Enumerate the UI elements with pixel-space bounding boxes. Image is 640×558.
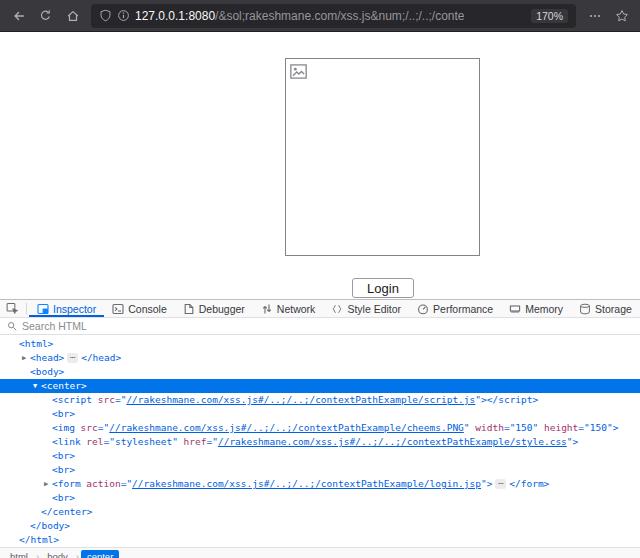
markup-search-bar [0,318,640,335]
tab-label: Performance [433,303,493,315]
home-icon [66,9,80,23]
zoom-indicator[interactable]: 170% [531,9,568,23]
markup-line[interactable]: <script src="//rakeshmane.com/xss.js#/..… [0,393,640,407]
home-button[interactable] [60,5,85,27]
back-button[interactable] [6,5,31,27]
attribute-link[interactable]: //rakeshmane.com/xss.js#/..;/..;/context… [132,478,481,489]
network-icon [261,303,273,315]
toolbar-separator [26,303,27,314]
browser-toolbar: 127.0.0.1:8080/&sol;rakeshmane.com/xss.j… [0,0,640,32]
breadcrumb-separator-icon: › [36,550,39,558]
markup-token: href [178,436,207,447]
url-bar[interactable]: 127.0.0.1:8080/&sol;rakeshmane.com/xss.j… [91,4,576,28]
markup-token: <body> [30,366,64,377]
search-html-input[interactable] [22,320,633,332]
markup-token: action [81,478,121,489]
markup-token: > [613,422,619,433]
markup-line[interactable]: <br> [0,463,640,477]
pick-element-button[interactable] [0,300,24,317]
show-all-nodes-badge[interactable]: ⋯ [67,353,78,363]
markup-token: height [538,422,578,433]
breadcrumb-separator-icon: › [76,550,79,558]
markup-token: =" [207,436,218,447]
markup-token: =" [104,436,115,447]
tab-console[interactable]: Console [104,300,175,317]
attribute-link[interactable]: //rakeshmane.com/xss.js#/..;/..;/context… [126,394,475,405]
markup-line[interactable]: <link rel="stylesheet" href="//rakeshman… [0,435,640,449]
markup-line[interactable]: </center> [0,505,640,519]
markup-line[interactable]: <html> [0,337,640,351]
star-icon [615,9,629,23]
tab-label: Memory [525,303,563,315]
reload-button[interactable] [33,5,58,27]
tab-performance[interactable]: Performance [409,300,501,317]
expand-arrow-icon[interactable]: ▶ [41,477,51,491]
inspector-icon [37,303,49,315]
back-icon [12,9,26,23]
reload-icon [39,9,52,22]
expand-arrow-icon[interactable]: ▶ [19,351,29,365]
search-icon [7,321,17,331]
tab-storage[interactable]: Storage [571,300,640,317]
attribute-link[interactable]: //rakeshmane.com/xss.js#/..;/..;/context… [218,436,567,447]
markup-line[interactable]: <br> [0,449,640,463]
markup-token: </center> [41,506,92,517]
markup-token: </html> [19,534,59,545]
tab-label: Inspector [53,303,96,315]
show-all-nodes-badge[interactable]: ⋯ [495,479,506,489]
markup-token: <br> [52,492,75,503]
attribute-link[interactable]: //rakeshmane.com/xss.js#/..;/..;/context… [109,422,464,433]
markup-token: <img [52,422,75,433]
markup-token: > [573,436,579,447]
markup-token: </script> [487,394,538,405]
markup-token: <br> [52,450,75,461]
tab-label: Style Editor [347,303,401,315]
markup-line[interactable]: <br> [0,407,640,421]
tab-label: Storage [595,303,632,315]
devtools-panel: InspectorConsoleDebuggerNetworkStyle Edi… [0,299,640,558]
markup-token: </body> [30,520,70,531]
login-button[interactable]: Login [352,278,414,298]
performance-icon [417,303,429,315]
breadcrumb-html[interactable]: html [4,550,34,558]
tab-network[interactable]: Network [253,300,324,317]
broken-image-placeholder [285,58,480,256]
shield-icon[interactable] [99,9,112,22]
markup-line[interactable]: <br> [0,491,640,505]
markup-line[interactable]: ▼<center> [0,379,640,393]
markup-line[interactable]: ▶<form action="//rakeshmane.com/xss.js#/… [0,477,640,491]
page-actions-button[interactable] [582,5,607,27]
bookmark-button[interactable] [609,5,634,27]
markup-line[interactable]: ▶<head>⋯</head> [0,351,640,365]
style-editor-icon [331,303,343,315]
pick-element-icon [6,302,19,315]
meatballs-icon [588,9,602,23]
markup-token: src [92,394,115,405]
url-host: 127.0.0.1:8080 [135,9,215,23]
collapse-arrow-icon[interactable]: ▼ [30,379,40,393]
breadcrumb-center[interactable]: center [81,550,119,558]
markup-token: </form> [509,478,549,489]
markup-token: =" [98,422,109,433]
markup-line[interactable]: <img src="//rakeshmane.com/xss.js#/..;/.… [0,421,640,435]
tab-debugger[interactable]: Debugger [175,300,253,317]
tab-label: Console [128,303,167,315]
broken-image-icon [290,64,307,79]
markup-token: 150 [515,422,532,433]
markup-line[interactable]: </html> [0,533,640,547]
markup-line[interactable]: </body> [0,519,640,533]
url-text: 127.0.0.1:8080/&sol;rakeshmane.com/xss.j… [135,9,526,23]
tab-style-editor[interactable]: Style Editor [323,300,409,317]
console-icon [112,303,124,315]
memory-icon [509,303,521,315]
tab-inspector[interactable]: Inspector [29,300,104,317]
markup-token: <html> [19,338,53,349]
tab-memory[interactable]: Memory [501,300,571,317]
breadcrumbs-bar: html›body›center [0,547,640,558]
markup-token: =" [578,422,589,433]
markup-token: src [75,422,98,433]
site-info-icon[interactable] [117,9,130,22]
markup-token: <form [52,478,81,489]
markup-line[interactable]: <body> [0,365,640,379]
breadcrumb-body[interactable]: body [41,550,74,558]
